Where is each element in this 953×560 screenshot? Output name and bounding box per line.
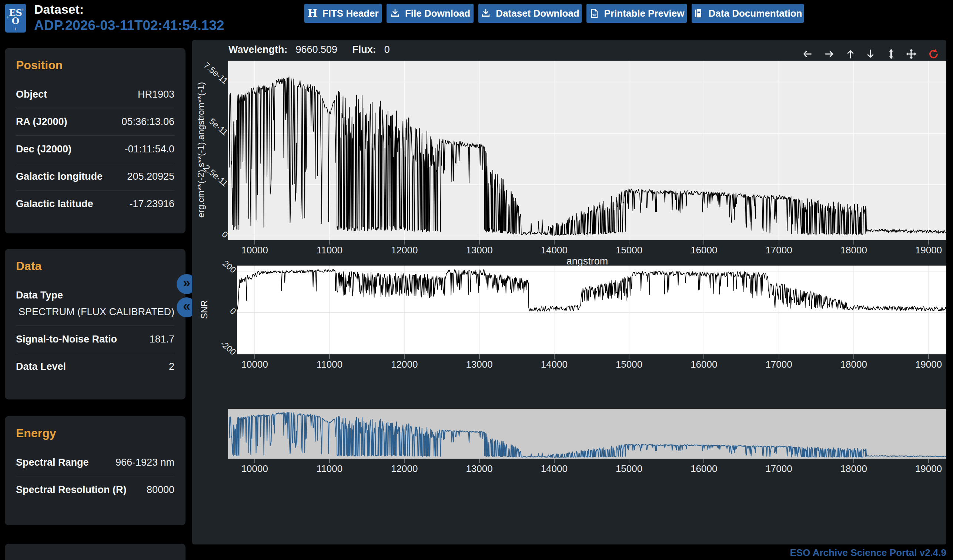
x-tick-label: 15000 — [603, 359, 655, 370]
button-label: Data Documentation — [709, 8, 802, 19]
panel-title: Data — [16, 259, 174, 273]
button-label: Dataset Download — [496, 8, 579, 19]
x-tick-mark — [554, 354, 555, 359]
eso-logo[interactable]: ESO + + + — [5, 4, 26, 32]
x-tick-mark — [329, 240, 330, 244]
printable-preview-button[interactable]: PDFPrintable Preview — [587, 4, 687, 23]
x-tick-mark — [329, 459, 330, 463]
chevron-double-right-icon: » — [183, 276, 190, 289]
x-tick-label: 10000 — [229, 463, 281, 475]
panel-title: Position — [16, 59, 174, 72]
pan-right-button[interactable] — [821, 46, 838, 62]
pan-down-button[interactable] — [862, 46, 879, 62]
property-value: HR1903 — [138, 89, 174, 100]
x-tick-label: 13000 — [453, 244, 505, 256]
x-tick-label: 19000 — [903, 463, 953, 475]
x-tick-mark — [854, 240, 854, 244]
x-tick-label: 11000 — [304, 359, 355, 370]
expand-vertical-button[interactable] — [883, 46, 900, 62]
fits-header-button[interactable]: HFITS Header — [304, 4, 382, 23]
x-tick-label: 19000 — [903, 359, 953, 370]
property-row: Data TypeSPECTRUM (FLUX CALIBRATED) — [16, 282, 174, 325]
snr-chart[interactable] — [237, 266, 946, 354]
x-tick-label: 16000 — [678, 244, 730, 256]
svg-text:PDF: PDF — [591, 13, 597, 17]
reset-view-button[interactable] — [925, 46, 942, 62]
property-row: Galactic latitude-17.23916 — [16, 190, 174, 218]
dataset-label: Dataset: — [34, 2, 84, 17]
x-tick-label: 14000 — [528, 463, 580, 475]
overview-minimap-chart[interactable] — [228, 409, 946, 459]
x-tick-mark — [479, 354, 480, 359]
x-tick-label: 17000 — [753, 359, 805, 370]
x-tick-label: 11000 — [304, 244, 355, 256]
x-tick-mark — [255, 459, 255, 463]
flux-label: Flux: — [352, 44, 376, 56]
file-download-button[interactable]: File Download — [386, 4, 473, 23]
pan-up-button[interactable] — [842, 46, 859, 62]
x-tick-mark — [779, 459, 779, 463]
file-download-icon — [390, 8, 400, 19]
property-row: RA (J2000)05:36:13.06 — [16, 108, 174, 135]
x-tick-mark — [928, 354, 929, 359]
property-row: Signal-to-Noise Ratio181.7 — [16, 325, 174, 353]
property-label: Galactic latitude — [16, 198, 93, 210]
x-tick-mark — [629, 240, 629, 244]
eso-logo-star: + — [22, 7, 25, 12]
x-tick-mark — [703, 459, 704, 463]
x-tick-mark — [779, 240, 779, 244]
x-tick-label: 15000 — [603, 244, 655, 256]
x-tick-mark — [703, 354, 704, 359]
cursor-readout: Wavelength: 9660.509 Flux: 0 — [228, 44, 390, 56]
x-tick-mark — [479, 240, 480, 244]
x-tick-mark — [928, 240, 929, 244]
x-tick-label: 16000 — [678, 463, 730, 475]
property-row: Spectral Range966-1923 nm — [16, 449, 174, 476]
x-tick-label: 18000 — [828, 463, 880, 475]
x-tick-mark — [479, 459, 480, 463]
x-tick-label: 10000 — [229, 359, 281, 370]
dataset-download-button[interactable]: Dataset Download — [478, 4, 582, 23]
property-value: SPECTRUM (FLUX CALIBRATED) — [16, 306, 174, 318]
x-tick-mark — [928, 459, 929, 463]
property-row: Dec (J2000)-01:11:54.0 — [16, 135, 174, 163]
property-row: Galactic longitude205.20925 — [16, 163, 174, 190]
property-value: 80000 — [147, 484, 174, 496]
property-value: 2 — [169, 361, 174, 373]
data-documentation-button[interactable]: Data Documentation — [692, 4, 804, 23]
printable-preview-icon: PDF — [589, 8, 599, 19]
move-button[interactable] — [903, 46, 920, 62]
x-tick-label: 11000 — [304, 463, 355, 475]
property-label: Data Level — [16, 361, 66, 373]
property-row: ObjectHR1903 — [16, 81, 174, 108]
wavelength-value: 9660.509 — [296, 44, 338, 56]
data-documentation-icon — [694, 8, 704, 19]
property-value: 205.20925 — [127, 171, 174, 183]
x-tick-label: 13000 — [453, 359, 505, 370]
pan-left-icon — [802, 48, 813, 60]
x-tick-mark — [329, 354, 330, 359]
property-row: Spectral Resolution (R)80000 — [16, 476, 174, 503]
fits-header-icon: H — [307, 8, 317, 19]
x-tick-label: 18000 — [828, 244, 880, 256]
x-tick-label: 19000 — [903, 244, 953, 256]
property-label: Signal-to-Noise Ratio — [16, 334, 117, 345]
property-value: 966-1923 nm — [115, 457, 174, 468]
move-icon — [906, 48, 917, 60]
property-label: Data Type — [16, 289, 174, 301]
x-tick-label: 12000 — [379, 359, 430, 370]
flux-spectrum-chart[interactable] — [228, 61, 946, 240]
x-tick-label: 16000 — [678, 359, 730, 370]
x-tick-mark — [404, 459, 405, 463]
x-tick-mark — [779, 354, 779, 359]
reset-view-icon — [928, 48, 939, 60]
portal-version-footer[interactable]: ESO Archive Science Portal v2.4.9 — [790, 547, 946, 558]
flux-value: 0 — [384, 44, 390, 56]
x-tick-label: 14000 — [528, 244, 580, 256]
property-label: RA (J2000) — [16, 116, 67, 128]
expand-vertical-icon — [886, 48, 897, 60]
pan-left-button[interactable] — [799, 46, 816, 62]
x-tick-label: 17000 — [753, 244, 805, 256]
x-tick-mark — [255, 240, 255, 244]
x-tick-mark — [255, 354, 255, 359]
